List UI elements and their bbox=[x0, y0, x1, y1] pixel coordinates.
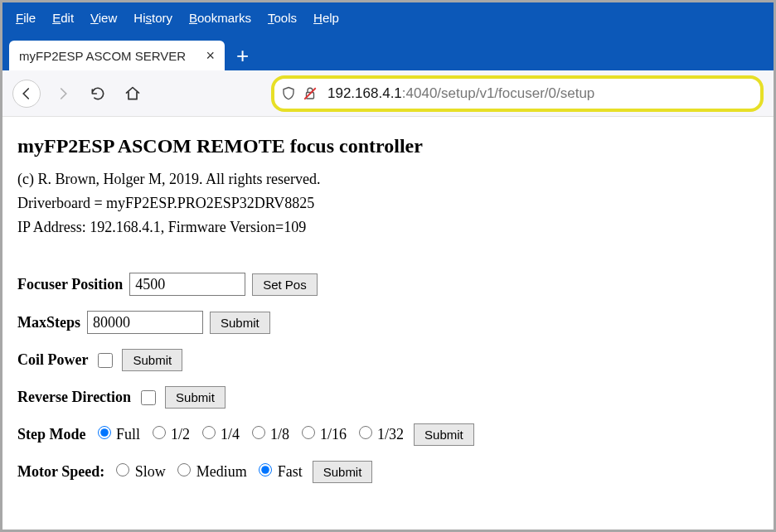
focuser-position-input[interactable] bbox=[129, 273, 245, 296]
coilpower-row: Coil Power Submit bbox=[17, 349, 759, 371]
home-icon bbox=[124, 85, 141, 102]
tabstrip: myFP2ESP ASCOM SERVER × + bbox=[2, 39, 774, 70]
motorspeed-radio-slow[interactable] bbox=[116, 463, 129, 476]
stepmode-label-full: Full bbox=[113, 426, 144, 443]
menubar: File Edit View History Bookmarks Tools H… bbox=[2, 2, 774, 39]
stepmode-label-12: 1/2 bbox=[167, 426, 194, 443]
forward-button[interactable] bbox=[51, 81, 75, 106]
arrow-right-icon bbox=[56, 86, 70, 101]
reload-button[interactable] bbox=[85, 81, 110, 106]
page-title: myFP2ESP ASCOM REMOTE focus controller bbox=[17, 135, 759, 157]
browser-tab[interactable]: myFP2ESP ASCOM SERVER × bbox=[9, 41, 225, 70]
stepmode-label-116: 1/16 bbox=[317, 426, 351, 443]
stepmode-label-18: 1/8 bbox=[267, 426, 293, 443]
stepmode-label-132: 1/32 bbox=[374, 426, 405, 443]
home-button[interactable] bbox=[120, 81, 145, 106]
motorspeed-label-slow: Slow bbox=[131, 463, 169, 480]
driverboard-line: Driverboard = myFP2ESP.PRO2ESP32DRV8825 bbox=[17, 195, 759, 212]
nav-buttons bbox=[12, 80, 145, 108]
tab-title: myFP2ESP ASCOM SERVER bbox=[19, 49, 186, 63]
arrow-left-icon bbox=[19, 86, 34, 101]
stepmode-radio-full[interactable] bbox=[98, 426, 111, 439]
page-content: myFP2ESP ASCOM REMOTE focus controller (… bbox=[2, 117, 774, 511]
copyright-text: (c) R. Brown, Holger M, 2019. All rights… bbox=[17, 171, 759, 188]
stepmode-radio-116[interactable] bbox=[302, 426, 315, 439]
reload-icon bbox=[90, 85, 106, 102]
motorspeed-label-medium: Medium bbox=[192, 463, 250, 480]
coilpower-checkbox[interactable] bbox=[98, 353, 113, 368]
motorspeed-radio-medium[interactable] bbox=[177, 463, 191, 476]
menu-tools[interactable]: Tools bbox=[259, 7, 305, 28]
motorspeed-submit-button[interactable]: Submit bbox=[313, 461, 373, 483]
stepmode-submit-button[interactable]: Submit bbox=[414, 423, 474, 446]
motorspeed-row: Motor Speed: Slow Medium Fast Submit bbox=[17, 461, 759, 483]
set-pos-button[interactable]: Set Pos bbox=[252, 273, 318, 296]
menu-edit[interactable]: Edit bbox=[44, 7, 82, 28]
back-button[interactable] bbox=[12, 80, 41, 108]
toolbar: 192.168.4.1:4040/setup/v1/focuser/0/setu… bbox=[2, 70, 774, 117]
close-tab-icon[interactable]: × bbox=[206, 47, 215, 65]
stepmode-radio-14[interactable] bbox=[202, 426, 216, 439]
menu-bookmarks[interactable]: Bookmarks bbox=[181, 7, 259, 28]
coilpower-submit-button[interactable]: Submit bbox=[122, 349, 182, 371]
stepmode-radio-12[interactable] bbox=[153, 426, 166, 439]
stepmode-label-14: 1/4 bbox=[217, 426, 244, 443]
motorspeed-label-fast: Fast bbox=[274, 463, 303, 480]
reverse-label: Reverse Direction bbox=[17, 389, 131, 406]
ip-fw-line: IP Address: 192.168.4.1, Firmware Versio… bbox=[17, 219, 759, 236]
shield-icon[interactable] bbox=[281, 85, 296, 102]
focuser-position-label: Focuser Position bbox=[17, 276, 123, 293]
maxsteps-input[interactable] bbox=[87, 311, 203, 334]
coilpower-label: Coil Power bbox=[17, 351, 88, 369]
stepmode-radio-132[interactable] bbox=[359, 426, 372, 439]
motorspeed-label: Motor Speed: bbox=[17, 463, 104, 481]
focuser-position-row: Focuser Position Set Pos bbox=[17, 273, 759, 296]
url-path: :4040/setup/v1/focuser/0/setup bbox=[402, 85, 595, 102]
reverse-submit-button[interactable]: Submit bbox=[165, 386, 226, 409]
reverse-row: Reverse Direction Submit bbox=[17, 386, 759, 409]
stepmode-radio-18[interactable] bbox=[252, 426, 265, 439]
menu-view[interactable]: View bbox=[82, 7, 125, 28]
menu-history[interactable]: History bbox=[125, 7, 181, 28]
maxsteps-submit-button[interactable]: Submit bbox=[210, 312, 270, 334]
maxsteps-label: MaxSteps bbox=[17, 314, 80, 331]
reverse-checkbox[interactable] bbox=[141, 390, 156, 405]
new-tab-button[interactable]: + bbox=[236, 41, 249, 70]
stepmode-row: Step Mode Full 1/2 1/4 1/8 1/16 1/32 Sub… bbox=[17, 423, 759, 446]
url-host: 192.168.4.1 bbox=[327, 85, 402, 102]
browser-window: File Edit View History Bookmarks Tools H… bbox=[0, 0, 776, 532]
motorspeed-radio-fast[interactable] bbox=[259, 463, 272, 476]
urlbar[interactable]: 192.168.4.1:4040/setup/v1/focuser/0/setu… bbox=[281, 80, 754, 107]
menu-file[interactable]: File bbox=[7, 7, 44, 28]
lock-slash-icon[interactable] bbox=[303, 86, 318, 101]
maxsteps-row: MaxSteps Submit bbox=[17, 311, 759, 334]
menu-help[interactable]: Help bbox=[305, 7, 347, 28]
url-highlight-box: 192.168.4.1:4040/setup/v1/focuser/0/setu… bbox=[271, 75, 764, 112]
stepmode-label: Step Mode bbox=[17, 426, 86, 443]
